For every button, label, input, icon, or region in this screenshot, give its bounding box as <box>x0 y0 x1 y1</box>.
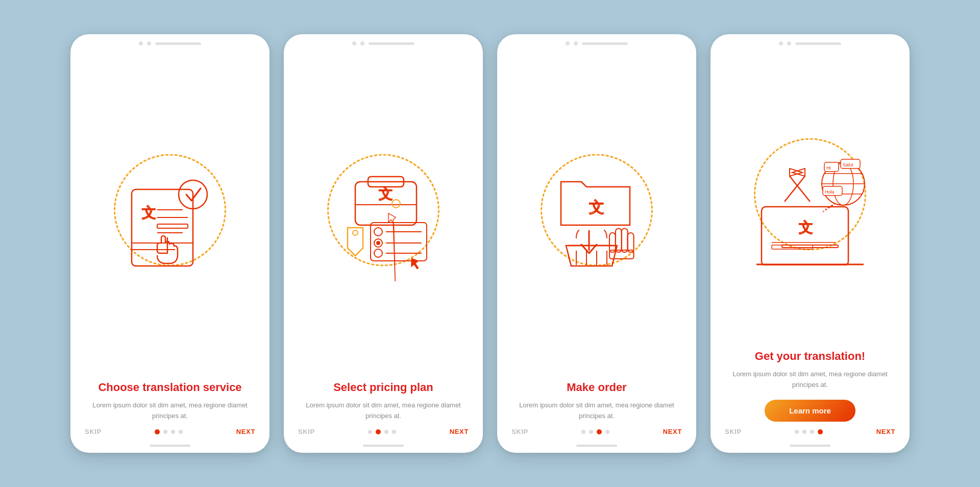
skip-button-3[interactable]: SKIP <box>511 428 528 435</box>
svg-text:Hola: Hola <box>825 189 835 194</box>
svg-rect-35 <box>609 250 634 259</box>
card-title-4: Get your translation! <box>726 349 894 363</box>
svg-text:Hi: Hi <box>826 165 831 171</box>
dot-3-1 <box>581 430 585 434</box>
learn-more-button[interactable]: Learn more <box>765 400 855 422</box>
nav-dots-1 <box>155 429 183 434</box>
dot-1-2 <box>163 430 167 434</box>
nav-dots-2 <box>368 429 396 434</box>
nav-4: SKIP NEXT <box>710 422 910 445</box>
bottom-bar-4 <box>790 445 830 447</box>
card-desc-3: Lorem ipsum dolor sit dim amet, mea regi… <box>512 400 681 422</box>
dot-2-3 <box>384 430 388 434</box>
illustration-2: 文 <box>284 50 483 375</box>
status-dot <box>360 41 364 45</box>
dot-2-1 <box>368 430 372 434</box>
card-title-1: Choose translation service <box>86 380 254 395</box>
content-1: Choose translation service Lorem ipsum d… <box>70 375 270 422</box>
card-desc-2: Lorem ipsum dolor sit dim amet, mea regi… <box>299 400 468 422</box>
dot-2-2 <box>376 429 381 434</box>
svg-text:文: 文 <box>589 199 604 215</box>
svg-rect-31 <box>609 233 616 252</box>
content-2: Select pricing plan Lorem ipsum dolor si… <box>284 375 483 422</box>
illustration-svg-3: 文 <box>530 149 663 281</box>
nav-2: SKIP NEXT <box>284 422 483 445</box>
nav-1: SKIP NEXT <box>70 422 270 445</box>
svg-point-19 <box>376 241 380 245</box>
dot-3-2 <box>589 430 593 434</box>
svg-text:Salut: Salut <box>843 162 853 167</box>
status-line <box>582 42 628 45</box>
next-button-2[interactable]: NEXT <box>450 428 469 435</box>
svg-line-42 <box>790 176 810 202</box>
dot-4-3 <box>810 430 814 434</box>
phone-card-2: 文 Select pricing plan <box>284 34 483 453</box>
top-bar-2 <box>284 34 483 50</box>
svg-point-21 <box>374 249 382 257</box>
nav-dots-4 <box>795 429 823 434</box>
content-4: Get your translation! Lorem ipsum dolor … <box>710 344 910 422</box>
top-bar-3 <box>497 34 696 50</box>
svg-line-43 <box>785 176 805 202</box>
nav-dots-3 <box>581 429 609 434</box>
phone-card-1: 文 Choose translation service Lorem ipsum… <box>70 34 270 453</box>
dot-1-3 <box>171 430 175 434</box>
illustration-svg-4: 文 Hi Salut <box>744 133 876 265</box>
dot-1-1 <box>155 429 160 434</box>
status-dot <box>352 41 356 45</box>
dot-3-3 <box>597 429 602 434</box>
phone-card-3: 文 <box>497 34 696 453</box>
status-dot <box>566 41 570 45</box>
svg-rect-33 <box>622 228 628 252</box>
skip-button-2[interactable]: SKIP <box>298 428 315 435</box>
status-dot <box>139 41 143 45</box>
status-line <box>369 42 414 45</box>
svg-marker-23 <box>411 258 419 269</box>
status-line <box>155 42 201 45</box>
bottom-bar-1 <box>150 445 190 447</box>
illustration-1: 文 <box>70 50 270 375</box>
status-dot <box>574 41 578 45</box>
bottom-bar-3 <box>576 445 617 447</box>
illustration-svg-2: 文 <box>317 149 450 281</box>
bottom-bar-2 <box>363 445 404 447</box>
next-button-1[interactable]: NEXT <box>236 428 255 435</box>
skip-button-4[interactable]: SKIP <box>725 428 742 435</box>
phone-card-4: 文 Hi Salut <box>710 34 910 453</box>
status-dot <box>787 41 791 45</box>
nav-3: SKIP NEXT <box>497 422 696 445</box>
skip-button-1[interactable]: SKIP <box>85 428 102 435</box>
svg-rect-36 <box>762 207 848 265</box>
status-dot <box>779 41 783 45</box>
illustration-svg-1: 文 <box>104 149 236 281</box>
svg-rect-4 <box>157 224 188 228</box>
svg-point-14 <box>353 230 358 235</box>
screens-container: 文 Choose translation service Lorem ipsum… <box>50 14 930 473</box>
status-dot <box>147 41 151 45</box>
dot-2-4 <box>392 430 396 434</box>
card-title-2: Select pricing plan <box>299 380 468 395</box>
status-line <box>795 42 841 45</box>
dot-4-1 <box>795 430 799 434</box>
svg-rect-34 <box>628 233 634 252</box>
illustration-4: 文 Hi Salut <box>710 50 910 344</box>
content-3: Make order Lorem ipsum dolor sit dim ame… <box>497 375 696 422</box>
svg-point-13 <box>392 200 400 208</box>
card-desc-1: Lorem ipsum dolor sit dim amet, mea regi… <box>86 400 254 422</box>
dot-4-4 <box>818 429 823 434</box>
next-button-3[interactable]: NEXT <box>663 428 682 435</box>
next-button-4[interactable]: NEXT <box>876 428 895 435</box>
top-bar-1 <box>70 34 270 50</box>
svg-text:文: 文 <box>142 205 156 221</box>
dot-1-4 <box>179 430 183 434</box>
card-title-3: Make order <box>512 380 681 395</box>
dot-3-4 <box>605 430 609 434</box>
illustration-3: 文 <box>497 50 696 375</box>
svg-point-16 <box>374 228 382 236</box>
svg-text:文: 文 <box>379 186 393 202</box>
top-bar-4 <box>710 34 910 50</box>
svg-text:文: 文 <box>799 220 813 235</box>
card-desc-4: Lorem ipsum dolor sit dim amet, mea regi… <box>726 369 894 391</box>
dot-4-2 <box>802 430 806 434</box>
